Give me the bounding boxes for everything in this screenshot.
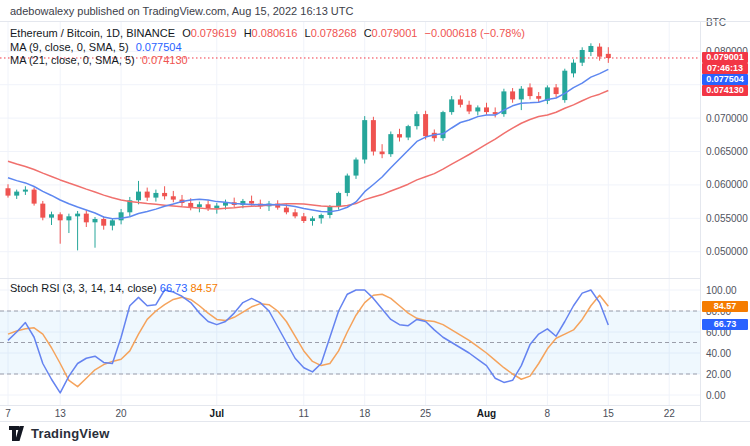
candle: [32, 190, 37, 204]
ma9-label: MA (9, close, 0, SMA, 5): [10, 41, 129, 53]
candle: [197, 204, 202, 207]
candle: [336, 193, 341, 206]
change-value: −0.000618 (−0.78%): [425, 27, 525, 39]
symbol-legend[interactable]: Ethereum / Bitcoin, 1D, BINANCE O0.07961…: [10, 27, 525, 68]
candle: [58, 214, 63, 220]
candle: [171, 196, 176, 199]
price-axis-badge: 07:46:13: [702, 63, 748, 74]
candle: [40, 204, 45, 218]
time-tick-label: 18: [359, 408, 370, 419]
ohlc-open-label: O: [182, 27, 191, 39]
time-tick-label: 25: [420, 408, 431, 419]
candle: [206, 204, 211, 208]
time-tick-label: Jul: [210, 408, 224, 419]
chart-top-border: [0, 21, 750, 22]
ma21-line: [8, 90, 608, 209]
ma21-value: 0.074130: [142, 54, 188, 66]
candle: [571, 63, 576, 74]
candle: [188, 203, 193, 207]
candle: [423, 114, 428, 136]
candle: [145, 192, 150, 198]
candle: [110, 220, 115, 225]
price-tick-label: 0.070000: [706, 113, 748, 124]
legend-line-ma21: MA (21, close, 0, SMA, 5) 0.074130: [10, 54, 525, 68]
stoch-tick-label: 40.00: [706, 348, 731, 359]
candle: [354, 160, 359, 176]
candle: [484, 107, 489, 112]
stoch-axis-badge: 66.73: [702, 319, 748, 330]
stoch-rsi-label: Stoch RSI (3, 3, 14, 14, close): [10, 282, 157, 294]
stoch-tick-label: 0.00: [706, 390, 725, 401]
stoch-d-value: 84.57: [190, 282, 218, 294]
ma9-value: 0.077504: [136, 41, 182, 53]
candle: [554, 87, 559, 94]
price-tick-label: 0.065000: [706, 146, 748, 157]
ma9-line: [8, 69, 608, 218]
candle: [380, 152, 385, 155]
tradingview-logo-icon: [9, 426, 26, 441]
pane-separator[interactable]: [0, 278, 700, 279]
ohlc-close-value: 0.079001: [372, 27, 418, 39]
candle: [536, 96, 541, 99]
candle: [449, 99, 454, 112]
ohlc-low-value: 0.078268: [311, 27, 357, 39]
candle: [162, 193, 167, 196]
ohlc-high-label: H: [244, 27, 252, 39]
price-axis-badge: 0.077504: [702, 74, 748, 85]
candle: [371, 120, 376, 151]
candle: [414, 114, 419, 126]
stoch-tick-label: 20.00: [706, 369, 731, 380]
tradingview-published-chart: adebowalexy published on TradingView.com…: [0, 0, 750, 446]
candle: [84, 214, 89, 223]
ohlc-close-label: C: [364, 27, 372, 39]
candle: [49, 214, 54, 217]
time-tick-label: 13: [55, 408, 66, 419]
candle: [388, 134, 393, 154]
price-tick-label: 0.055000: [706, 213, 748, 224]
symbol-title: Ethereum / Bitcoin, 1D, BINANCE: [10, 27, 175, 39]
tradingview-watermark[interactable]: TradingView: [9, 426, 110, 441]
candle: [119, 212, 124, 220]
stoch-rsi-legend[interactable]: Stoch RSI (3, 3, 14, 14, close) 66.73 84…: [10, 282, 218, 294]
price-axis-separator: [700, 21, 701, 421]
ma21-label: MA (21, close, 0, SMA, 5): [10, 54, 135, 66]
candle: [606, 54, 611, 58]
candle: [588, 46, 593, 52]
candle: [66, 216, 71, 220]
chart-bottom-border: [0, 421, 750, 422]
time-tick-label: 22: [664, 408, 675, 419]
price-tick-label: 0.050000: [706, 246, 748, 257]
candle: [310, 218, 315, 221]
candle: [345, 176, 350, 193]
candle: [562, 71, 567, 100]
candle: [23, 190, 28, 192]
stoch-k-value: 66.73: [160, 282, 188, 294]
candle: [153, 193, 158, 198]
time-tick-label: 15: [603, 408, 614, 419]
candle: [467, 105, 472, 112]
candle: [101, 219, 106, 226]
price-axis-badge: 0.079001: [702, 52, 748, 63]
candle: [93, 219, 98, 222]
candle: [214, 206, 219, 209]
stoch-axis-badge: 84.57: [702, 301, 748, 312]
ohlc-open-value: 0.079619: [191, 27, 237, 39]
candle: [458, 99, 463, 104]
time-tick-label: 20: [116, 408, 127, 419]
candle: [75, 214, 80, 217]
candle: [597, 47, 602, 57]
stoch-tick-label: 100.00: [706, 285, 737, 296]
legend-line-1: Ethereum / Bitcoin, 1D, BINANCE O0.07961…: [10, 27, 525, 41]
candle: [528, 87, 533, 96]
candle: [301, 216, 306, 221]
price-tick-label: 0.060000: [706, 179, 748, 190]
candle: [519, 89, 524, 100]
candle: [319, 215, 324, 218]
candle: [136, 192, 141, 201]
candle: [327, 206, 332, 215]
time-tick-label: 8: [545, 408, 551, 419]
ohlc-high-value: 0.080616: [252, 27, 298, 39]
time-tick-label: 11: [299, 408, 309, 419]
candle: [362, 120, 367, 159]
candle: [6, 188, 11, 195]
